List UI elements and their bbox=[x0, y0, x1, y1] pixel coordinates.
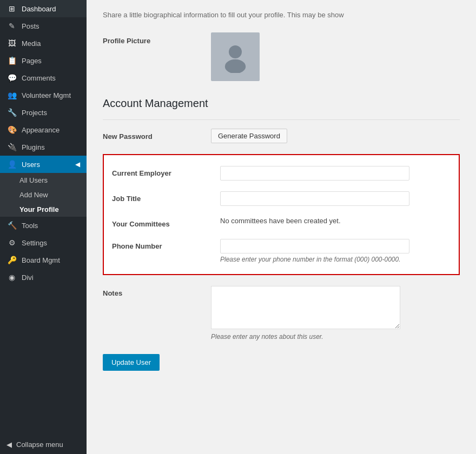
sidebar-item-label: Plugins bbox=[22, 143, 45, 151]
media-icon: 🖼 bbox=[6, 39, 17, 48]
sidebar-item-dashboard[interactable]: ⊞ Dashboard bbox=[0, 0, 87, 17]
committees-value: No committees have been created yet. bbox=[220, 217, 451, 225]
board-icon: 🔑 bbox=[6, 256, 17, 264]
sidebar-item-label: Media bbox=[22, 39, 41, 48]
pages-icon: 📋 bbox=[6, 56, 17, 65]
new-password-cell: Generate Password bbox=[211, 123, 460, 149]
dashboard-icon: ⊞ bbox=[6, 4, 17, 13]
profile-picture-label: Profile Picture bbox=[103, 27, 211, 86]
notes-row: Notes Please enter any notes about this … bbox=[103, 281, 460, 346]
sidebar-item-divi[interactable]: ◉ Divi bbox=[0, 269, 87, 286]
custom-fields-section: Current Employer Job Title Your Committe… bbox=[103, 154, 460, 275]
svg-point-1 bbox=[225, 59, 246, 73]
current-employer-label: Current Employer bbox=[112, 166, 220, 177]
collapse-label: Collapse menu bbox=[16, 440, 63, 449]
new-password-row: New Password Generate Password bbox=[103, 123, 460, 149]
notes-label: Notes bbox=[103, 286, 211, 297]
sidebar-item-projects[interactable]: 🔧 Projects bbox=[0, 104, 87, 121]
sidebar: ⊞ Dashboard ✎ Posts 🖼 Media 📋 Pages 💬 Co… bbox=[0, 0, 87, 454]
sidebar-item-tools[interactable]: 🔨 Tools bbox=[0, 217, 87, 234]
plugins-icon: 🔌 bbox=[6, 143, 17, 151]
comments-icon: 💬 bbox=[6, 74, 17, 82]
current-employer-row: Current Employer bbox=[112, 161, 451, 186]
sidebar-item-label: Board Mgmt bbox=[22, 256, 60, 264]
notes-value: Please enter any notes about this user. bbox=[211, 286, 400, 340]
job-title-input[interactable] bbox=[220, 191, 409, 206]
update-user-button[interactable]: Update User bbox=[103, 354, 160, 371]
sidebar-item-comments[interactable]: 💬 Comments bbox=[0, 69, 87, 86]
divi-icon: ◉ bbox=[6, 273, 17, 282]
sidebar-item-label: Pages bbox=[22, 57, 42, 65]
sidebar-item-label: Projects bbox=[22, 109, 47, 117]
generate-password-button[interactable]: Generate Password bbox=[211, 129, 287, 143]
volunteer-icon: 👥 bbox=[6, 91, 17, 99]
profile-picture-row: Profile Picture bbox=[103, 27, 460, 86]
current-employer-value bbox=[220, 166, 451, 181]
phone-number-input[interactable] bbox=[220, 239, 409, 253]
users-icon: 👤 bbox=[6, 160, 17, 169]
collapse-icon: ◀ bbox=[6, 440, 12, 449]
sidebar-item-posts[interactable]: ✎ Posts bbox=[0, 17, 87, 35]
profile-form-area: Share a little biographical information … bbox=[97, 11, 465, 371]
job-title-value bbox=[220, 191, 451, 206]
phone-number-label: Phone Number bbox=[112, 239, 220, 250]
phone-hint: Please enter your phone number in the fo… bbox=[220, 256, 451, 263]
sidebar-item-label: Settings bbox=[22, 239, 47, 247]
posts-icon: ✎ bbox=[6, 22, 17, 30]
arrow-icon: ◀ bbox=[75, 161, 80, 168]
notes-section: Notes Please enter any notes about this … bbox=[103, 281, 460, 346]
sidebar-item-label: Comments bbox=[22, 74, 56, 82]
profile-picture-placeholder bbox=[211, 32, 260, 81]
main-content: Share a little biographical information … bbox=[87, 0, 476, 454]
your-committees-label: Your Committees bbox=[112, 217, 220, 228]
sidebar-item-all-users[interactable]: All Users bbox=[0, 173, 87, 188]
tools-icon: 🔨 bbox=[6, 221, 17, 230]
bio-description: Share a little biographical information … bbox=[103, 11, 460, 19]
section-divider bbox=[103, 119, 460, 120]
sidebar-item-settings[interactable]: ⚙ Settings bbox=[0, 234, 87, 251]
sidebar-item-appearance[interactable]: 🎨 Appearance bbox=[0, 121, 87, 138]
job-title-row: Job Title bbox=[112, 186, 451, 211]
current-employer-input[interactable] bbox=[220, 166, 409, 181]
sidebar-item-label: Users bbox=[22, 161, 40, 169]
sidebar-item-plugins[interactable]: 🔌 Plugins bbox=[0, 138, 87, 156]
svg-point-0 bbox=[229, 45, 242, 58]
appearance-icon: 🎨 bbox=[6, 125, 17, 134]
collapse-menu-button[interactable]: ◀ Collapse menu bbox=[0, 435, 87, 454]
sidebar-item-label: Volunteer Mgmt bbox=[22, 91, 71, 99]
sidebar-item-label: Divi bbox=[22, 273, 34, 282]
notes-hint: Please enter any notes about this user. bbox=[211, 333, 400, 340]
projects-icon: 🔧 bbox=[6, 108, 17, 117]
sidebar-item-pages[interactable]: 📋 Pages bbox=[0, 52, 87, 69]
sidebar-item-media[interactable]: 🖼 Media bbox=[0, 35, 87, 52]
password-table: New Password Generate Password bbox=[103, 123, 460, 149]
sidebar-item-volunteer[interactable]: 👥 Volunteer Mgmt bbox=[0, 86, 87, 104]
phone-number-value: Please enter your phone number in the fo… bbox=[220, 239, 451, 263]
job-title-label: Job Title bbox=[112, 191, 220, 203]
committees-row: Your Committees No committees have been … bbox=[112, 211, 451, 233]
users-submenu: All Users Add New Your Profile bbox=[0, 173, 87, 217]
sidebar-item-label: Tools bbox=[22, 222, 38, 230]
sidebar-item-your-profile[interactable]: Your Profile bbox=[0, 202, 87, 217]
profile-picture-table: Profile Picture bbox=[103, 27, 460, 86]
account-management-heading: Account Management bbox=[103, 97, 460, 114]
no-committees-text: No committees have been created yet. bbox=[220, 214, 341, 225]
new-password-label: New Password bbox=[103, 123, 211, 149]
sidebar-item-add-new[interactable]: Add New bbox=[0, 188, 87, 202]
settings-icon: ⚙ bbox=[6, 238, 17, 247]
profile-picture-cell bbox=[211, 27, 460, 86]
sidebar-item-users[interactable]: 👤 Users ◀ bbox=[0, 156, 87, 173]
sidebar-item-label: Appearance bbox=[22, 126, 60, 134]
notes-textarea[interactable] bbox=[211, 286, 400, 329]
sidebar-item-board-mgmt[interactable]: 🔑 Board Mgmt bbox=[0, 251, 87, 269]
phone-number-row: Phone Number Please enter your phone num… bbox=[112, 233, 451, 269]
avatar-placeholder-icon bbox=[219, 41, 252, 73]
sidebar-item-label: Dashboard bbox=[22, 5, 56, 13]
sidebar-item-label: Posts bbox=[22, 22, 39, 30]
